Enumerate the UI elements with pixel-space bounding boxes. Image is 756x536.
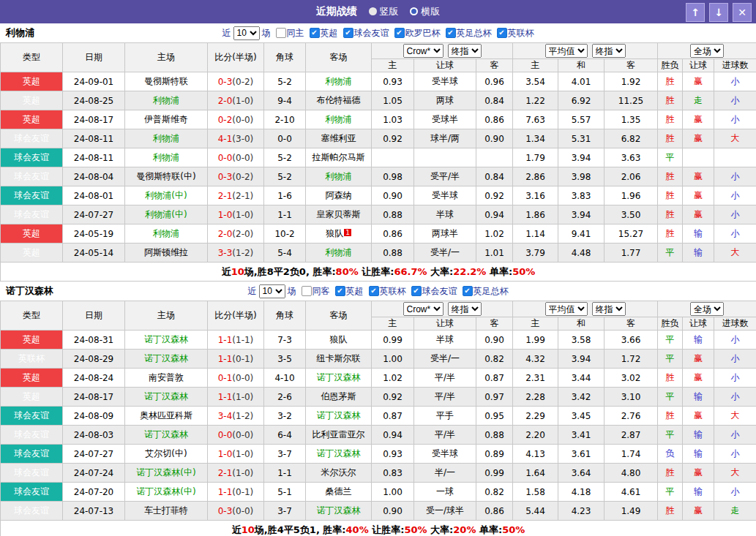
halftime-score: (0-2) [232, 77, 253, 87]
final-odds-select[interactable]: 终指 [448, 44, 482, 58]
asian-handicap: 平/半 [414, 426, 476, 445]
outcome-cell: 胜 [658, 72, 683, 91]
fulltime-score: 0-1 [218, 373, 233, 383]
column-header: 角球 [264, 301, 306, 331]
asian-away-odds: 0.95 [476, 407, 513, 426]
match-count-select[interactable]: 10 [259, 284, 285, 298]
corner-cell: 5-2 [264, 167, 306, 186]
title-wrap: 近期战绩 竖版 横版 [316, 5, 441, 18]
horizontal-layout-label: 横版 [421, 6, 440, 17]
league-filter[interactable]: ✔英超 [304, 27, 338, 39]
outcome-cell: 胜 [658, 110, 683, 129]
away-team: 比利亚雷亚尔 [312, 429, 365, 439]
league-filter[interactable]: ✔英联杯 [364, 285, 406, 298]
date-cell: 24-08-29 [63, 350, 125, 369]
asian-handicap: 受平/半 [414, 167, 476, 186]
league-filter[interactable]: ✔欧罗巴杯 [389, 27, 441, 39]
handicap-result-cell: 赢 [683, 205, 714, 224]
league-badge: 球会友谊 [1, 148, 63, 167]
asian-away-odds: 0.94 [476, 205, 513, 224]
league-checkbox[interactable]: ✔ [394, 28, 405, 38]
odds-company-select[interactable]: Crow* [403, 302, 444, 316]
final-odds-select[interactable]: 终指 [448, 302, 482, 316]
same-venue-checkbox[interactable] [276, 28, 286, 38]
match-row: 英超24-09-01曼彻斯特联0-3(0-2)5-2利物浦0.93受半球0.96… [1, 72, 756, 91]
same-venue-checkbox[interactable] [302, 286, 312, 296]
handicap-result-cell: 输 [683, 388, 714, 407]
score-cell: 0-3(0-2) [208, 167, 264, 186]
home-team-cell: 诺丁汉森林 [125, 426, 208, 445]
summary-segment: 40% [346, 524, 369, 535]
subcolumn-header: 胜负 [658, 317, 683, 331]
summary-segment: 让胜率: [369, 524, 405, 535]
same-venue-filter[interactable]: 同客 [296, 285, 330, 298]
euro-away-odds: 1.72 [605, 350, 658, 369]
match-row: 球会友谊24-07-27利物浦(中)1-0(1-0)1-1皇家贝蒂斯0.88半球… [1, 205, 756, 224]
move-up-button[interactable]: ↑ [686, 3, 705, 22]
asian-handicap: 受半球 [414, 186, 476, 205]
move-down-button[interactable]: ↓ [709, 3, 728, 22]
score-cell: 0-0(0-0) [208, 426, 264, 445]
league-filter[interactable]: ✔球会友谊 [338, 27, 389, 39]
league-checkbox[interactable]: ✔ [446, 28, 456, 38]
asian-handicap: 受球半 [414, 110, 476, 129]
league-checkbox[interactable]: ✔ [497, 28, 507, 38]
arrow-up-icon: ↑ [691, 7, 700, 18]
asian-handicap: 受半球 [414, 445, 476, 464]
asian-home-odds: 0.92 [372, 129, 414, 148]
odds-company-select[interactable]: Crow* [403, 44, 444, 58]
league-checkbox[interactable]: ✔ [463, 286, 473, 296]
near-label: 近 [222, 27, 231, 39]
final-odds-select[interactable]: 终指 [592, 302, 626, 316]
league-filter[interactable]: ✔英超 [330, 285, 364, 298]
same-venue-filter[interactable]: 同主 [271, 27, 304, 39]
corner-cell: 5-2 [264, 148, 306, 167]
date-cell: 24-07-27 [63, 445, 125, 464]
home-team-cell: 车士打菲特 [125, 502, 208, 521]
euro-draw-odds: 5.31 [558, 129, 605, 148]
matches-table: 类型日期主场比分(半场)角球客场Crow*终指平均值终指全场主让球客主和客胜负让… [0, 301, 756, 536]
match-row: 球会友谊24-08-11利物浦0-0(0-0)5-2拉斯帕尔马斯1.793.94… [1, 148, 756, 167]
league-filter[interactable]: ✔英联杯 [492, 27, 534, 39]
handicap-result-cell: 输 [683, 483, 714, 502]
league-checkbox[interactable]: ✔ [369, 286, 379, 296]
fulltime-score: 0-2 [218, 115, 233, 125]
euro-draw-odds: 3.94 [558, 350, 605, 369]
close-button[interactable]: ✕ [733, 3, 752, 22]
halftime-score: (3-0) [232, 134, 253, 144]
match-row: 球会友谊24-07-27艾尔切(中)1-0(1-0)3-7诺丁汉森林0.93受半… [1, 445, 756, 464]
league-filter[interactable]: ✔英足总杯 [441, 27, 492, 39]
match-count-select[interactable]: 10 [233, 26, 260, 40]
summary-segment: 50% [404, 524, 427, 535]
horizontal-layout-radio[interactable] [410, 7, 418, 15]
euro-draw-odds: 3.44 [558, 369, 605, 388]
euro-away-odds: 1.77 [605, 244, 658, 263]
final-odds-select[interactable]: 终指 [592, 44, 626, 58]
league-checkbox[interactable]: ✔ [411, 286, 422, 296]
vertical-layout-radio[interactable] [369, 7, 377, 15]
away-team: 诺丁汉森林 [317, 505, 361, 516]
close-icon: ✕ [738, 7, 746, 18]
match-row: 英超24-08-17伊普斯维奇0-2(0-0)2-10利物浦1.03受球半0.8… [1, 110, 756, 129]
home-team: 诺丁汉森林(中) [136, 467, 195, 478]
league-checkbox[interactable]: ✔ [310, 28, 320, 38]
league-checkbox[interactable]: ✔ [335, 286, 345, 296]
subcolumn-header: 客 [476, 59, 513, 72]
league-checkbox[interactable]: ✔ [343, 28, 353, 38]
euro-away-odds: 1.35 [605, 110, 658, 129]
league-filter[interactable]: ✔球会友谊 [406, 285, 457, 298]
match-scope-select[interactable]: 全场 [690, 302, 724, 316]
average-odds-select[interactable]: 平均值 [545, 302, 588, 316]
asian-handicap [414, 148, 476, 167]
euro-away-odds: 15.27 [605, 224, 658, 244]
corner-cell: 3-2 [264, 407, 306, 426]
asian-odds-header: Crow*终指 [372, 301, 513, 317]
league-filter[interactable]: ✔英足总杯 [457, 285, 509, 298]
summary-segment: 近 [232, 524, 242, 535]
home-team: 车士打菲特 [144, 505, 188, 516]
home-team-cell: 阿斯顿维拉 [125, 244, 208, 263]
average-odds-select[interactable]: 平均值 [545, 44, 588, 58]
match-scope-select[interactable]: 全场 [690, 44, 724, 58]
asian-home-odds: 0.92 [372, 388, 414, 407]
subcolumn-header: 让球 [683, 317, 714, 331]
